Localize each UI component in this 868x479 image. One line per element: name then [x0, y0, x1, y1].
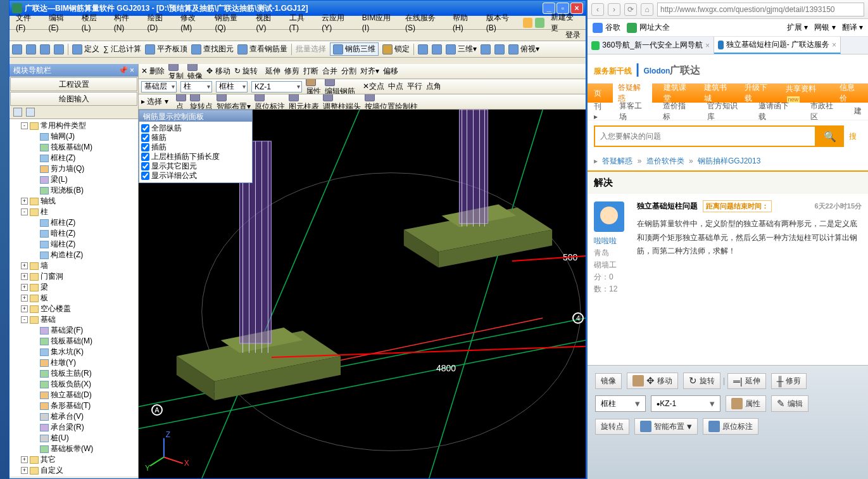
home-button[interactable]: ⌂ [641, 3, 653, 16]
subnav-4[interactable]: 邀请函下载 [758, 101, 796, 122]
pic-col-tool[interactable]: 图元柱表 [289, 94, 319, 110]
menu-rebar[interactable]: 钢筋量(Q) [211, 11, 251, 34]
adj-end-tool[interactable]: 调整柱端头 [323, 94, 361, 110]
menu-view[interactable]: 视图(V) [252, 11, 284, 34]
select-tool[interactable]: ▸ 选择 ▾ [141, 96, 168, 107]
tree-item[interactable]: +其它 [11, 454, 137, 465]
wall-col-tool[interactable]: 按墙位置绘制柱 [365, 94, 418, 110]
tree-item[interactable]: +空心楼盖 [11, 303, 137, 314]
save-icon[interactable] [26, 44, 36, 54]
tab-360nav[interactable]: 360导航_新一代安全上网导航 × [588, 37, 714, 54]
reload-button[interactable]: ⟳ [624, 3, 637, 16]
move-button[interactable]: ✥ 移动 [206, 66, 230, 77]
tree-item[interactable]: +轴线 [11, 196, 137, 207]
flat-button[interactable]: 平齐板顶 [145, 44, 187, 54]
view-icon-4[interactable] [494, 44, 505, 54]
view-rebar-button[interactable]: 查看钢筋量 [237, 44, 287, 54]
snap-parallel[interactable]: 平行 [407, 81, 422, 92]
merge-button[interactable]: 合并 [322, 66, 337, 77]
trim-button[interactable]: 修剪 [284, 66, 299, 77]
rebar-opt[interactable]: 插筋 [141, 143, 250, 152]
rebar-display-panel[interactable]: 钢筋显示控制面板 全部纵筋箍筋插筋上层柱插筋下插长度显示其它图元显示详细公式 [139, 110, 253, 183]
bank-menu[interactable]: 网银 ▾ [814, 22, 835, 33]
checkbox[interactable] [141, 153, 149, 161]
category-select[interactable]: 柱 [180, 81, 212, 93]
back-button[interactable]: ‹ [591, 3, 604, 16]
tree-item[interactable]: 独立基础(D) [11, 390, 137, 400]
3d-button[interactable]: 三维▾ [446, 44, 477, 54]
rebar-opt[interactable]: 显示其它图元 [141, 162, 250, 171]
align-button[interactable]: 对齐▾ [360, 66, 379, 77]
bookmark-sites[interactable]: 网址大全 [627, 22, 670, 33]
subnav-1[interactable]: 算客工场 [619, 101, 649, 122]
tree-item[interactable]: 桩承台(V) [11, 411, 137, 422]
login-link[interactable]: 登录 [565, 30, 581, 39]
subnav-0[interactable]: 刊▸ [594, 101, 605, 121]
rebar3d-button[interactable]: 钢筋三维 [330, 42, 379, 56]
helmet-icon[interactable] [523, 18, 532, 28]
menu-bim[interactable]: BIM应用(I) [358, 11, 400, 34]
tree-item[interactable]: 梁(L) [11, 174, 137, 185]
checkbox[interactable] [141, 134, 149, 142]
new-change-icon[interactable] [535, 18, 544, 28]
extend-button[interactable]: 延伸 [265, 66, 280, 77]
tree-item[interactable]: +梁 [11, 282, 137, 293]
view-icon-1[interactable] [418, 44, 428, 54]
menu-cloud[interactable]: 云应用(Y) [318, 11, 357, 34]
edit-rebar-button[interactable]: 编辑钢筋 [325, 79, 355, 94]
menu-version[interactable]: 版本号(B) [482, 11, 522, 34]
type-select[interactable]: 框柱 [216, 81, 248, 93]
tree-item[interactable]: 柱墩(Y) [11, 357, 137, 368]
subnav-3[interactable]: 官方知识库 [707, 101, 745, 122]
crumb-1[interactable]: 答疑解惑 [602, 156, 632, 165]
tree-item[interactable]: 剪力墙(Q) [11, 163, 137, 174]
tree-item[interactable]: 筏板主筋(R) [11, 368, 137, 379]
menu-modify[interactable]: 修改(M) [177, 11, 210, 34]
tree-item[interactable]: 构造柱(Z) [11, 250, 137, 260]
menu-component[interactable]: 构件(N) [110, 11, 142, 34]
mirror-button[interactable]: 镜像 [187, 64, 203, 79]
define-button[interactable]: 定义 [72, 44, 99, 54]
sum-button[interactable]: ∑ 汇总计算 [103, 44, 141, 54]
tree-item[interactable]: 桩(U) [11, 433, 137, 444]
attr-button[interactable]: 属性 [306, 79, 321, 94]
tree-item[interactable]: 基础梁(F) [11, 325, 137, 336]
tree-item[interactable]: 框柱(Z) [11, 153, 137, 163]
tree-item[interactable]: +CAD识别 [11, 476, 137, 476]
avatar[interactable] [594, 201, 624, 232]
crumb-2[interactable]: 造价软件类 [646, 156, 684, 165]
forward-button[interactable]: › [608, 3, 620, 16]
snap-mid[interactable]: 中点 [388, 81, 403, 92]
tree-item[interactable]: 条形基础(T) [11, 400, 137, 411]
subnav-6[interactable]: 建 [854, 106, 862, 117]
nav-price[interactable]: 信息价 [840, 82, 862, 104]
undo-icon[interactable] [40, 44, 50, 54]
delete-button[interactable]: ✕ 删除 [141, 66, 165, 77]
crumb-3[interactable]: 钢筋抽样GGJ2013 [698, 156, 760, 165]
component-select[interactable]: KZ-1 [251, 81, 302, 93]
component-tree[interactable]: -常用构件类型轴网(J)筏板基础(M)框柱(Z)剪力墙(Q)梁(L)现浇板(B)… [9, 119, 138, 476]
menu-tools[interactable]: 工具(T) [286, 11, 317, 34]
checkbox[interactable] [141, 124, 149, 132]
rotate-button[interactable]: ↻ 旋转 [234, 66, 258, 77]
tab-close-icon[interactable]: × [832, 41, 836, 49]
rotpoint-tool[interactable]: 旋转点 [190, 94, 213, 110]
redo-icon[interactable] [54, 44, 64, 54]
tree-item[interactable]: +门窗洞 [11, 271, 137, 282]
menu-online[interactable]: 在线服务(S) [401, 11, 448, 34]
rebar-panel-title[interactable]: 钢筋显示控制面板 [139, 110, 252, 122]
menu-draw[interactable]: 绘图(D) [144, 11, 176, 34]
tree-item[interactable]: 集水坑(K) [11, 347, 137, 357]
rebar-opt[interactable]: 上层柱插筋下插长度 [141, 152, 250, 162]
subnav-5[interactable]: 市政社区 [810, 101, 840, 122]
translate-menu[interactable]: 翻译 ▾ [842, 22, 863, 33]
rebar-opt[interactable]: 箍筋 [141, 133, 250, 143]
menu-edit[interactable]: 编辑(E) [45, 11, 77, 34]
tree-item[interactable]: 暗柱(Z) [11, 228, 137, 239]
menu-floor[interactable]: 楼层(L) [78, 11, 109, 34]
menu-help[interactable]: 帮助(H) [449, 11, 481, 34]
batch-select-button[interactable]: 批量选择 [296, 44, 326, 54]
split-button[interactable]: 分割 [341, 66, 356, 77]
nav-pin-icon[interactable]: 📌 × [118, 66, 134, 75]
3d-viewport[interactable]: X Y Z 4800 500 A 4 钢筋显示控制面板 全部纵筋箍筋插筋上层柱插… [139, 110, 586, 478]
